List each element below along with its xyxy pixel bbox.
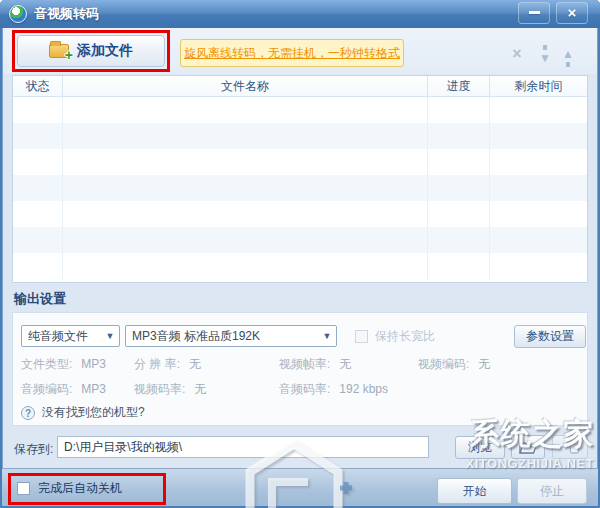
delete-icon: × — [512, 45, 521, 62]
info-label: 文件类型: — [21, 357, 72, 371]
promo-banner: 旋风离线转码，无需挂机，一秒钟转格式 — [180, 39, 404, 67]
header-remaining-time: 剩余时间 — [490, 76, 587, 96]
chevron-down-icon: ▼ — [101, 331, 119, 341]
table-body — [13, 97, 587, 279]
header-filename: 文件名称 — [63, 76, 428, 96]
output-settings-title: 输出设置 — [14, 290, 66, 308]
info-label: 视频帧率: — [279, 357, 330, 371]
shutdown-checkbox[interactable]: 完成后自动关机 — [17, 480, 122, 497]
titlebar: 音视频转码 × — [0, 0, 600, 28]
window-title: 音视频转码 — [34, 0, 99, 28]
app-window: 音视频转码 × + 添加文件 旋风离线转码，无需挂机，一秒钟转格式 × ▼ ▲ … — [0, 0, 600, 508]
info-label: 音频编码: — [21, 382, 72, 396]
table-row — [13, 253, 587, 279]
save-path-input[interactable] — [57, 436, 429, 458]
device-icon — [560, 440, 580, 454]
profile-value: MP3音频 标准品质192K — [126, 328, 318, 345]
save-to-label: 保存到: — [14, 441, 53, 458]
info-value: 无 — [189, 357, 201, 371]
checkbox-icon — [355, 330, 368, 343]
minimize-button[interactable] — [518, 2, 550, 24]
info-row: 文件类型:MP3 分 辨 率:无 视频帧率:无 视频编码:无 — [13, 356, 587, 372]
close-icon: × — [568, 4, 577, 21]
info-label: 音频码率: — [279, 382, 330, 396]
delete-file-button[interactable]: × — [507, 44, 527, 64]
output-settings-panel: 纯音频文件 ▼ MP3音频 标准品质192K ▼ 保持长宽比 参数设置 文件类型… — [12, 312, 588, 426]
keep-aspect-label: 保持长宽比 — [375, 329, 435, 343]
stop-button: 停止 — [517, 478, 587, 504]
keep-aspect-checkbox: 保持长宽比 — [355, 328, 435, 345]
move-down-icon — [543, 45, 547, 50]
file-table: 状态 文件名称 进度 剩余时间 — [12, 75, 588, 283]
chevron-down-icon: ▼ — [318, 331, 336, 341]
info-label: 视频码率: — [134, 382, 185, 396]
params-settings-button[interactable]: 参数设置 — [514, 325, 586, 348]
info-row: 音频编码:MP3 视频码率:无 音频码率:192 kbps — [13, 381, 587, 397]
info-value: MP3 — [81, 382, 106, 396]
table-row — [13, 227, 587, 253]
info-value: 192 kbps — [339, 382, 388, 396]
header-status: 状态 — [13, 76, 63, 96]
info-value: 无 — [478, 357, 490, 371]
close-button[interactable]: × — [556, 2, 588, 24]
format-select[interactable]: 纯音频文件 ▼ — [21, 325, 120, 347]
add-folder-icon: + — [49, 44, 69, 58]
browse-button[interactable]: 浏览 — [455, 436, 505, 459]
table-row — [13, 97, 587, 123]
table-header-row: 状态 文件名称 进度 剩余时间 — [13, 76, 587, 97]
device-help-text: 没有找到您的机型? — [42, 404, 145, 421]
open-folder-button[interactable] — [511, 435, 545, 459]
start-button[interactable]: 开始 — [437, 478, 512, 504]
header-progress: 进度 — [428, 76, 490, 96]
open-folder-icon — [519, 441, 537, 454]
promo-link[interactable]: 旋风离线转码，无需挂机，一秒钟转格式 — [184, 45, 400, 62]
info-value: 无 — [339, 357, 351, 371]
app-logo-icon — [9, 5, 27, 23]
info-label: 分 辨 率: — [134, 357, 180, 371]
add-files-label: 添加文件 — [77, 42, 133, 60]
table-row — [13, 149, 587, 175]
move-up-icon — [566, 62, 570, 67]
add-files-button[interactable]: + 添加文件 — [17, 35, 165, 67]
send-to-device-button[interactable] — [552, 435, 588, 459]
info-value: 无 — [194, 382, 206, 396]
checkbox-icon — [17, 482, 30, 495]
move-up-button[interactable]: ▲ — [558, 44, 578, 64]
shutdown-label: 完成后自动关机 — [38, 481, 122, 495]
profile-select[interactable]: MP3音频 标准品质192K ▼ — [125, 325, 337, 347]
table-row — [13, 175, 587, 201]
info-label: 视频编码: — [418, 357, 469, 371]
question-icon: ? — [21, 406, 35, 420]
minimize-icon — [529, 11, 540, 14]
plus-icon: + — [65, 49, 73, 61]
format-value: 纯音频文件 — [22, 328, 101, 345]
move-down-button[interactable]: ▼ — [535, 44, 555, 64]
device-help-link[interactable]: ? 没有找到您的机型? — [21, 404, 145, 421]
table-row — [13, 123, 587, 149]
table-row — [13, 201, 587, 227]
info-value: MP3 — [81, 357, 106, 371]
